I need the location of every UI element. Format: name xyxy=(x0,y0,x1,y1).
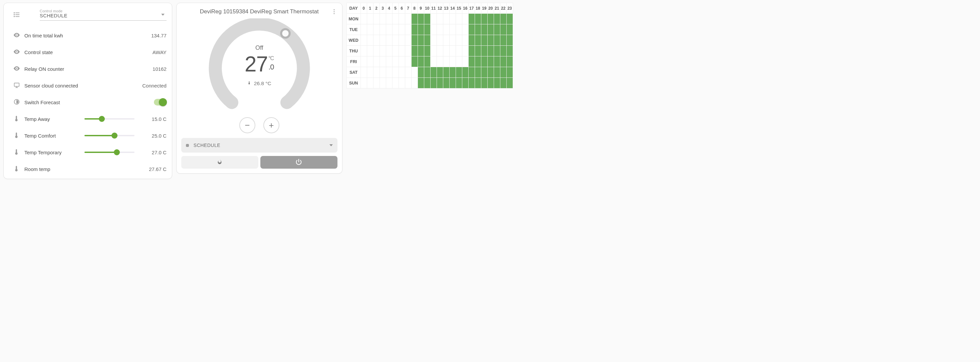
slider-thumb[interactable] xyxy=(111,132,118,139)
schedule-cell[interactable] xyxy=(367,56,373,67)
schedule-cell[interactable] xyxy=(443,46,449,56)
slider-thumb[interactable] xyxy=(99,116,105,122)
schedule-cell[interactable] xyxy=(456,46,462,56)
schedule-cell[interactable] xyxy=(392,78,399,88)
schedule-cell[interactable] xyxy=(367,78,373,88)
schedule-cell[interactable] xyxy=(367,24,373,35)
schedule-cell[interactable] xyxy=(380,67,386,78)
schedule-cell[interactable] xyxy=(392,14,399,24)
schedule-cell[interactable] xyxy=(373,56,380,67)
schedule-cell[interactable] xyxy=(462,35,468,46)
schedule-cell[interactable] xyxy=(506,14,513,24)
schedule-cell[interactable] xyxy=(399,35,405,46)
schedule-cell[interactable] xyxy=(418,67,424,78)
schedule-cell[interactable] xyxy=(494,78,500,88)
heat-mode-button[interactable] xyxy=(181,156,258,169)
schedule-cell[interactable] xyxy=(481,56,487,67)
slider-temp-temporary[interactable] xyxy=(84,151,135,153)
schedule-cell[interactable] xyxy=(443,56,449,67)
schedule-cell[interactable] xyxy=(392,46,399,56)
schedule-cell[interactable] xyxy=(373,24,380,35)
schedule-cell[interactable] xyxy=(500,67,506,78)
schedule-cell[interactable] xyxy=(361,35,367,46)
schedule-cell[interactable] xyxy=(405,67,411,78)
schedule-cell[interactable] xyxy=(437,67,443,78)
schedule-cell[interactable] xyxy=(373,35,380,46)
schedule-cell[interactable] xyxy=(487,14,494,24)
schedule-cell[interactable] xyxy=(468,67,475,78)
schedule-cell[interactable] xyxy=(462,46,468,56)
schedule-cell[interactable] xyxy=(481,46,487,56)
schedule-cell[interactable] xyxy=(405,78,411,88)
schedule-cell[interactable] xyxy=(361,46,367,56)
schedule-cell[interactable] xyxy=(468,46,475,56)
schedule-cell[interactable] xyxy=(399,67,405,78)
schedule-cell[interactable] xyxy=(418,24,424,35)
schedule-cell[interactable] xyxy=(367,67,373,78)
schedule-cell[interactable] xyxy=(500,56,506,67)
schedule-cell[interactable] xyxy=(456,78,462,88)
schedule-cell[interactable] xyxy=(424,35,430,46)
schedule-cell[interactable] xyxy=(367,35,373,46)
schedule-cell[interactable] xyxy=(380,14,386,24)
schedule-cell[interactable] xyxy=(487,46,494,56)
schedule-cell[interactable] xyxy=(437,14,443,24)
schedule-cell[interactable] xyxy=(456,67,462,78)
more-options-button[interactable] xyxy=(331,8,337,16)
schedule-cell[interactable] xyxy=(443,78,449,88)
decrease-button[interactable]: − xyxy=(239,117,255,133)
schedule-cell[interactable] xyxy=(494,35,500,46)
schedule-cell[interactable] xyxy=(506,24,513,35)
schedule-cell[interactable] xyxy=(468,56,475,67)
schedule-cell[interactable] xyxy=(462,56,468,67)
schedule-cell[interactable] xyxy=(506,46,513,56)
slider-temp-away[interactable] xyxy=(84,118,135,120)
schedule-cell[interactable] xyxy=(424,56,430,67)
schedule-cell[interactable] xyxy=(411,14,418,24)
off-mode-button[interactable] xyxy=(260,156,337,169)
schedule-cell[interactable] xyxy=(506,56,513,67)
schedule-cell[interactable] xyxy=(437,78,443,88)
schedule-cell[interactable] xyxy=(380,56,386,67)
schedule-cell[interactable] xyxy=(424,14,430,24)
schedule-cell[interactable] xyxy=(405,46,411,56)
schedule-cell[interactable] xyxy=(361,78,367,88)
schedule-cell[interactable] xyxy=(373,14,380,24)
schedule-cell[interactable] xyxy=(392,35,399,46)
schedule-cell[interactable] xyxy=(475,56,481,67)
schedule-cell[interactable] xyxy=(481,14,487,24)
schedule-cell[interactable] xyxy=(500,78,506,88)
schedule-cell[interactable] xyxy=(506,67,513,78)
schedule-cell[interactable] xyxy=(386,56,392,67)
schedule-cell[interactable] xyxy=(506,35,513,46)
thermostat-mode-select[interactable]: SCHEDULE xyxy=(181,138,337,153)
schedule-cell[interactable] xyxy=(462,24,468,35)
schedule-cell[interactable] xyxy=(411,46,418,56)
schedule-cell[interactable] xyxy=(392,56,399,67)
dial-handle[interactable] xyxy=(281,29,290,38)
schedule-cell[interactable] xyxy=(449,78,456,88)
schedule-cell[interactable] xyxy=(386,46,392,56)
control-mode-select[interactable]: Control mode SCHEDULE xyxy=(40,9,167,21)
schedule-cell[interactable] xyxy=(411,24,418,35)
schedule-cell[interactable] xyxy=(430,78,437,88)
schedule-cell[interactable] xyxy=(361,24,367,35)
schedule-cell[interactable] xyxy=(449,67,456,78)
schedule-cell[interactable] xyxy=(361,67,367,78)
schedule-cell[interactable] xyxy=(500,35,506,46)
schedule-cell[interactable] xyxy=(380,46,386,56)
schedule-cell[interactable] xyxy=(367,14,373,24)
schedule-cell[interactable] xyxy=(449,24,456,35)
schedule-cell[interactable] xyxy=(462,14,468,24)
schedule-cell[interactable] xyxy=(373,46,380,56)
schedule-cell[interactable] xyxy=(468,24,475,35)
schedule-cell[interactable] xyxy=(411,35,418,46)
schedule-cell[interactable] xyxy=(443,14,449,24)
schedule-cell[interactable] xyxy=(481,24,487,35)
schedule-cell[interactable] xyxy=(494,14,500,24)
schedule-cell[interactable] xyxy=(380,78,386,88)
schedule-cell[interactable] xyxy=(443,67,449,78)
schedule-cell[interactable] xyxy=(380,35,386,46)
schedule-cell[interactable] xyxy=(481,35,487,46)
schedule-cell[interactable] xyxy=(500,46,506,56)
